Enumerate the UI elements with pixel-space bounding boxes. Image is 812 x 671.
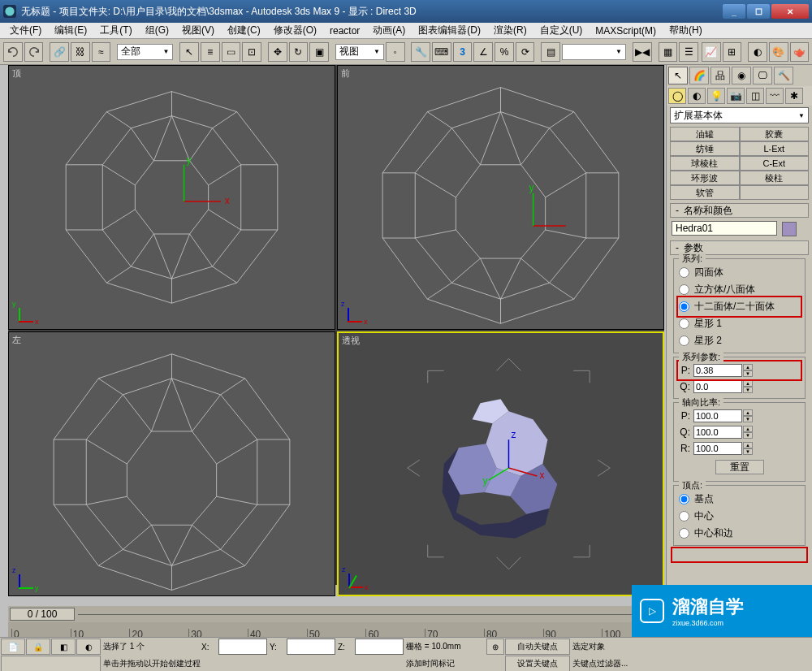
subtab-cameras[interactable]: 📷 — [727, 88, 745, 104]
angle-snap-button[interactable]: ∠ — [473, 42, 493, 62]
family-star1[interactable]: 星形 1 — [679, 315, 800, 332]
menu-edit[interactable]: 编辑(E) — [48, 22, 93, 39]
family-star2[interactable]: 星形 2 — [679, 332, 800, 349]
menu-reactor[interactable]: reactor — [323, 24, 366, 38]
object-name-input[interactable]: Hedra01 — [672, 221, 777, 236]
subtab-helpers[interactable]: ◫ — [746, 88, 764, 104]
rollout-name-color[interactable]: -名称和颜色 — [670, 203, 809, 218]
named-selection-button[interactable]: ▤ — [541, 42, 560, 62]
geometry-category-combo[interactable]: 扩展基本体 ▼ — [670, 107, 809, 123]
maxscript-mini-button[interactable]: 📄 — [1, 639, 25, 655]
tab-utilities[interactable]: 🔨 — [774, 67, 793, 84]
family-dodec-icos[interactable]: 十二面体/二十面体 — [679, 298, 800, 315]
p-spin-up[interactable]: ▲ — [743, 364, 753, 370]
curve-editor-button[interactable]: 📈 — [702, 42, 721, 62]
named-selection-combo[interactable]: ▼ — [562, 44, 626, 60]
move-button[interactable]: ✥ — [268, 42, 287, 62]
objtype-ringwave[interactable]: 环形波 — [670, 171, 740, 185]
ar-input[interactable] — [693, 442, 742, 455]
link-button[interactable]: 🔗 — [50, 42, 69, 62]
objtype-cext[interactable]: C-Ext — [740, 156, 810, 171]
select-button[interactable]: ↖ — [179, 42, 199, 62]
subtab-systems[interactable]: ✱ — [785, 88, 803, 104]
redo-button[interactable] — [24, 42, 44, 62]
q-spin-up[interactable]: ▲ — [743, 380, 753, 387]
p-spinner[interactable]: P: ▲▼ — [679, 362, 800, 379]
lock-selection-button[interactable]: 🔒 — [26, 639, 50, 655]
tab-modify[interactable]: 🌈 — [689, 67, 709, 84]
objtype-oiltank[interactable]: 油罐 — [670, 127, 740, 141]
rotate-button[interactable]: ↻ — [289, 42, 309, 62]
menu-chart-editor[interactable]: 图表编辑器(D) — [412, 22, 487, 39]
p-input[interactable] — [693, 364, 742, 377]
viewport-left[interactable]: 左 zy — [8, 331, 335, 596]
window-close-button[interactable]: ✕ — [771, 4, 809, 19]
snap-toggle-button[interactable]: 3 — [453, 42, 473, 62]
objtype-capsule[interactable]: 胶囊 — [740, 127, 810, 141]
reset-button[interactable]: 重置 — [715, 460, 764, 474]
objtype-spindle[interactable]: 纺锤 — [670, 141, 740, 156]
unlink-button[interactable]: ⛓ — [71, 42, 90, 62]
ref-coord-combo[interactable]: 视图 ▼ — [335, 44, 384, 60]
menu-modifier[interactable]: 修改器(O) — [267, 22, 323, 39]
y-input[interactable] — [287, 639, 335, 655]
q-spin-down[interactable]: ▼ — [743, 387, 753, 393]
pivot-center-button[interactable]: ◦ — [386, 42, 405, 62]
ap-input[interactable] — [693, 409, 742, 422]
subtab-shapes[interactable]: ◐ — [688, 88, 706, 104]
family-tetra[interactable]: 四面体 — [679, 264, 800, 281]
q-input[interactable] — [693, 380, 742, 393]
manipulate-button[interactable]: 🔧 — [411, 42, 430, 62]
viewport-top[interactable]: 顶 xy yx — [8, 65, 335, 330]
tab-display[interactable]: 🖵 — [753, 67, 772, 84]
vertex-basic[interactable]: 基点 — [679, 491, 800, 508]
keyfilter-button[interactable]: 关键点过滤器... — [571, 656, 652, 671]
viewport-perspective[interactable]: 透视 xyz zx — [337, 331, 664, 596]
isolate-button[interactable]: ◧ — [51, 639, 76, 655]
align-button[interactable]: ▦ — [659, 42, 678, 62]
objtype-gengon[interactable]: 球棱柱 — [670, 156, 740, 171]
viewport-front[interactable]: 前 y zx — [337, 65, 664, 330]
time-slider[interactable]: 0 / 100 — [8, 606, 664, 622]
time-slider-thumb[interactable]: 0 / 100 — [10, 608, 75, 621]
layers-button[interactable]: ☰ — [679, 42, 698, 62]
menu-view[interactable]: 视图(V) — [175, 22, 221, 39]
objtype-lext[interactable]: L-Ext — [740, 141, 810, 156]
misc-button[interactable]: ◐ — [76, 639, 101, 655]
subtab-geometry[interactable]: ◯ — [668, 88, 686, 104]
material-editor-button[interactable]: ◐ — [748, 42, 767, 62]
menu-group[interactable]: 组(G) — [139, 22, 175, 39]
aq-input[interactable] — [693, 426, 742, 439]
setkey-button[interactable]: 设置关键点 — [505, 656, 570, 671]
x-input[interactable] — [218, 639, 267, 655]
tab-motion[interactable]: ◉ — [732, 67, 751, 84]
add-time-tag[interactable]: 添加时间标记 — [404, 656, 486, 671]
object-color-swatch[interactable] — [782, 222, 797, 236]
bind-spacewarp-button[interactable]: ≈ — [92, 42, 111, 62]
select-by-name-button[interactable]: ≡ — [201, 42, 220, 62]
window-maximize-button[interactable]: ☐ — [747, 4, 770, 19]
family-cube-octa[interactable]: 立方体/八面体 — [679, 281, 800, 298]
p-spin-down[interactable]: ▼ — [743, 370, 753, 377]
menu-render[interactable]: 渲染(R) — [487, 22, 533, 39]
menu-tools[interactable]: 工具(T) — [93, 22, 138, 39]
autokey-button[interactable]: 自动关键点 — [505, 639, 570, 655]
abs-rel-toggle[interactable]: ⊕ — [486, 639, 504, 655]
objtype-prism[interactable]: 棱柱 — [740, 171, 810, 185]
subtab-lights[interactable]: 💡 — [707, 88, 725, 104]
menu-customize[interactable]: 自定义(U) — [533, 22, 590, 39]
keyboard-shortcut-button[interactable]: ⌨ — [432, 42, 451, 62]
menu-maxscript[interactable]: MAXScript(M) — [589, 24, 663, 38]
q-spinner[interactable]: Q: ▲▼ — [679, 379, 800, 395]
vertex-center[interactable]: 中心 — [679, 508, 800, 525]
percent-snap-button[interactable]: % — [495, 42, 514, 62]
vertex-center-edge[interactable]: 中心和边 — [679, 525, 800, 542]
window-crossing-button[interactable]: ⊡ — [242, 42, 261, 62]
selection-scope-combo[interactable]: 全部 ▼ — [117, 44, 173, 60]
tab-hierarchy[interactable]: 品 — [710, 67, 730, 84]
spinner-snap-button[interactable]: ⟳ — [516, 42, 535, 62]
menu-file[interactable]: 文件(F) — [3, 22, 48, 39]
menu-animation[interactable]: 动画(A) — [366, 22, 412, 39]
objtype-hose[interactable]: 软管 — [670, 185, 740, 200]
render-scene-button[interactable]: 🎨 — [769, 42, 788, 62]
